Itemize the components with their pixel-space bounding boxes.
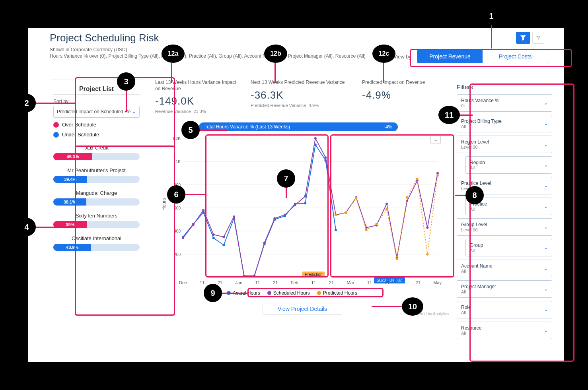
callout-12b: 12b xyxy=(264,45,287,63)
view-project-details-button[interactable]: View Project Details xyxy=(263,303,342,315)
svg-point-29 xyxy=(192,223,195,226)
callout-1: 1 xyxy=(482,7,500,25)
callout-5: 5 xyxy=(181,121,200,139)
callout-4: 4 xyxy=(18,218,36,236)
x-tick: 11 xyxy=(200,280,204,285)
callout-line-12b xyxy=(275,63,276,83)
svg-point-28 xyxy=(182,237,184,239)
callout-line-5 xyxy=(199,130,227,131)
callout-line-12c xyxy=(383,63,384,83)
callout-6: 6 xyxy=(167,185,185,204)
x-tick: 21 xyxy=(218,280,222,285)
header-subtitle-2: Hours Variance % over (0), Project Billi… xyxy=(50,53,366,59)
callout-9: 9 xyxy=(204,284,222,302)
kpi-predicted-impact: Predicted Impact on Revenue -4.9% xyxy=(362,80,442,101)
x-tick: Dec xyxy=(179,280,187,285)
callout-2: 2 xyxy=(18,94,36,112)
kpi-label: Next 13 Weeks Predicted Revenue Variance xyxy=(251,80,354,86)
kpi-value: -4.9% xyxy=(362,89,442,101)
funnel-icon xyxy=(520,35,526,41)
callout-line-1 xyxy=(491,25,492,49)
callout-line-9 xyxy=(222,293,247,294)
callout-line-6 xyxy=(185,194,205,195)
callout-3: 3 xyxy=(117,72,135,91)
view-by-label: View by xyxy=(393,54,411,60)
x-tick: 11 xyxy=(367,280,372,285)
page-title: Project Scheduling Risk xyxy=(50,32,159,44)
kpi-next-13-weeks: Next 13 Weeks Predicted Revenue Variance… xyxy=(251,80,354,108)
x-tick: 21 xyxy=(273,280,278,285)
kpi-value: -36.3K xyxy=(251,89,354,101)
variance-bar-label: Total Hours Variance % (Last 13 Weeks) xyxy=(204,124,290,130)
callout-ring-8 xyxy=(330,134,454,277)
x-tick: 21 xyxy=(329,280,334,285)
over-schedule-dot-icon xyxy=(53,122,59,128)
callout-8: 8 xyxy=(465,186,484,204)
kpi-sub: Predicted Revenue Variance -4.9% xyxy=(251,103,354,108)
x-tick: May xyxy=(433,280,442,285)
callout-ring-11 xyxy=(469,83,574,362)
variance-bar-value: -4% xyxy=(384,124,392,130)
x-axis-ticks: Dec1121Jan1121Feb1121Mar112121May xyxy=(179,280,442,285)
x-tick: Feb xyxy=(291,280,298,285)
x-tick: 21 xyxy=(416,280,421,285)
callout-ring-9 xyxy=(247,288,384,297)
x-tick: Mar xyxy=(347,280,354,285)
header-subtitle-1: Shown in Corporate Currency (USD) xyxy=(50,47,127,52)
x-tick: Jan xyxy=(235,280,242,285)
callout-ring-1 xyxy=(410,49,572,67)
callout-ring-4 xyxy=(75,146,175,316)
callout-line-12a xyxy=(171,63,172,83)
total-hours-variance-bar: Total Hours Variance % (Last 13 Weeks) -… xyxy=(199,122,398,131)
callout-10: 10 xyxy=(402,297,423,316)
svg-point-30 xyxy=(202,209,204,211)
help-button[interactable]: ? xyxy=(532,32,544,44)
under-schedule-dot-icon xyxy=(53,132,59,138)
callout-line-2 xyxy=(35,103,75,104)
callout-line-4 xyxy=(35,227,75,228)
x-tick: 11 xyxy=(255,280,260,285)
callout-11: 11 xyxy=(438,106,460,124)
callout-ring-7 xyxy=(205,134,329,277)
callout-line-10 xyxy=(372,306,403,307)
callout-12c: 12c xyxy=(372,45,395,63)
callout-12a: 12a xyxy=(162,45,185,63)
filter-toggle-button[interactable] xyxy=(516,32,530,44)
kpi-label: Predicted Impact on Revenue xyxy=(362,80,442,86)
x-tick: 21 xyxy=(385,280,389,285)
svg-text:1K: 1K xyxy=(176,159,181,164)
callout-7: 7 xyxy=(277,169,295,188)
x-tick: 11 xyxy=(311,280,316,285)
